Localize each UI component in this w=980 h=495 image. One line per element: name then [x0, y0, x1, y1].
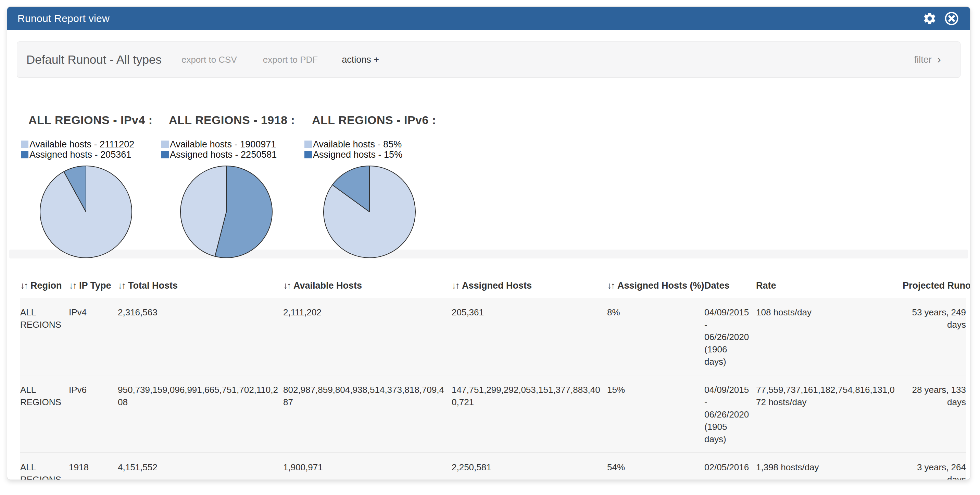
- cell-region: ALL REGIONS: [20, 297, 69, 375]
- runout-table: ↓↑Region↓↑IP Type↓↑Total Hosts↓↑Availabl…: [20, 280, 966, 480]
- table-row: ALL REGIONS19184,151,5521,900,9712,250,5…: [20, 452, 966, 480]
- cell-dates: 02/05/2016-07/02/2020(1610 days): [704, 452, 756, 480]
- legend-swatch-available: [21, 141, 29, 148]
- legend-swatch-assigned: [304, 151, 312, 158]
- cell-available-hosts: 802,987,859,804,938,514,373,818,709,487: [283, 375, 452, 452]
- sort-arrows-icon: ↓↑: [452, 280, 459, 291]
- filter-button[interactable]: filter ›: [914, 54, 941, 65]
- sort-arrows-icon: ↓↑: [283, 280, 290, 291]
- cell-rate: 1,398 hosts/day: [756, 452, 903, 480]
- runout-report-window: Runout Report view Default Runout - All …: [7, 6, 970, 480]
- column-header-ip-type[interactable]: ↓↑IP Type: [69, 280, 118, 297]
- window-titlebar: Runout Report view: [7, 7, 970, 30]
- cell-dates: 04/09/2015-06/26/2020(1906 days): [704, 297, 756, 375]
- column-header-available-hosts[interactable]: ↓↑Available Hosts: [283, 280, 452, 297]
- table-header-row: ↓↑Region↓↑IP Type↓↑Total Hosts↓↑Availabl…: [20, 280, 966, 297]
- legend-label: Assigned hosts - 2250581: [170, 150, 277, 160]
- cell-available-hosts: 2,111,202: [283, 297, 452, 375]
- cell-assigned-hosts: 8%: [607, 297, 704, 375]
- legend-item: Available hosts - 2111202: [21, 139, 165, 150]
- export-csv-button[interactable]: export to CSV: [181, 54, 237, 65]
- column-header-rate: Rate: [756, 280, 903, 297]
- cell-dates: 04/09/2015-06/26/2020(1905 days): [704, 375, 756, 452]
- date-line: -: [704, 318, 751, 331]
- column-label: Assigned Hosts: [462, 280, 532, 291]
- legend-label: Available hosts - 1900971: [170, 139, 276, 150]
- runout-table-section: ↓↑Region↓↑IP Type↓↑Total Hosts↓↑Availabl…: [7, 280, 970, 480]
- chart-title: ALL REGIONS - IPv6 :: [312, 113, 448, 127]
- cell-assigned-hosts: 2,250,581: [452, 452, 607, 480]
- legend-label: Available hosts - 2111202: [29, 139, 134, 150]
- chart-title: ALL REGIONS - IPv4 :: [29, 113, 165, 127]
- legend-swatch-assigned: [21, 151, 29, 158]
- chevron-right-icon: ›: [937, 53, 941, 65]
- column-header-dates: Dates: [704, 280, 756, 297]
- window-title: Runout Report view: [18, 13, 110, 24]
- cell-total-hosts: 2,316,563: [118, 297, 283, 375]
- settings-gear-icon[interactable]: [922, 11, 937, 26]
- date-line: 06/26/2020: [704, 331, 751, 343]
- sort-arrows-icon: ↓↑: [69, 280, 76, 291]
- column-label: Region: [30, 280, 62, 291]
- date-line: 04/09/2015: [704, 383, 751, 396]
- legend-item: Available hosts - 1900971: [161, 139, 305, 150]
- date-line: 06/26/2020: [704, 408, 751, 421]
- legend-label: Available hosts - 85%: [313, 139, 402, 150]
- pie-chart-1918: ALL REGIONS - 1918 : Available hosts - 1…: [161, 113, 305, 260]
- cell-projected-runout: 28 years, 133 days: [903, 375, 966, 452]
- column-label: Rate: [756, 280, 776, 291]
- date-line: -: [704, 473, 751, 480]
- column-header-projected-runout: Projected Runout: [903, 280, 966, 297]
- date-line: (1906 days): [704, 343, 751, 368]
- cell-total-hosts: 4,151,552: [118, 452, 283, 480]
- legend-label: Assigned hosts - 15%: [313, 150, 402, 160]
- legend-label: Assigned hosts - 205361: [29, 150, 131, 160]
- sort-arrows-icon: ↓↑: [118, 280, 125, 291]
- pie-charts-section: ALL REGIONS - IPv4 : Available hosts - 2…: [7, 78, 970, 249]
- sort-arrows-icon: ↓↑: [20, 280, 27, 291]
- pie-chart-ipv4: ALL REGIONS - IPv4 : Available hosts - 2…: [21, 113, 165, 260]
- legend-item: Assigned hosts - 2250581: [161, 150, 305, 160]
- cell-available-hosts: 1,900,971: [283, 452, 452, 480]
- cell-projected-runout: 53 years, 249 days: [903, 297, 966, 375]
- actions-menu-button[interactable]: actions +: [342, 54, 379, 65]
- cell-assigned-hosts: 147,751,299,292,053,151,377,883,400,721: [452, 375, 607, 452]
- column-label: Total Hosts: [128, 280, 178, 291]
- column-label: IP Type: [79, 280, 111, 291]
- table-row: ALL REGIONSIPv6950,739,159,096,991,665,7…: [20, 375, 966, 452]
- column-label: Available Hosts: [293, 280, 362, 291]
- cell-ip-type: 1918: [69, 452, 118, 480]
- cell-ip-type: IPv4: [69, 297, 118, 375]
- cell-assigned-hosts: 54%: [607, 452, 704, 480]
- cell-rate: 108 hosts/day: [756, 297, 903, 375]
- pie-ipv4: [38, 164, 134, 260]
- sort-arrows-icon: ↓↑: [607, 280, 614, 291]
- date-line: 04/09/2015: [704, 306, 751, 318]
- filter-label: filter: [914, 54, 932, 65]
- date-line: -: [704, 396, 751, 408]
- date-line: (1905 days): [704, 421, 751, 445]
- cell-rate: 77,559,737,161,182,754,816,131,072 hosts…: [756, 375, 903, 452]
- close-circle-icon[interactable]: [944, 11, 959, 26]
- legend-swatch-available: [161, 141, 169, 148]
- column-header-assigned-hosts[interactable]: ↓↑Assigned Hosts (%): [607, 280, 704, 297]
- column-header-region[interactable]: ↓↑Region: [20, 280, 69, 297]
- legend-swatch-assigned: [161, 151, 169, 158]
- date-line: 02/05/2016: [704, 461, 751, 473]
- column-header-assigned-hosts[interactable]: ↓↑Assigned Hosts: [452, 280, 607, 297]
- cell-assigned-hosts: 15%: [607, 375, 704, 452]
- cell-projected-runout: 3 years, 264 days: [903, 452, 966, 480]
- table-row: ALL REGIONSIPv42,316,5632,111,202205,361…: [20, 297, 966, 375]
- legend-item: Available hosts - 85%: [304, 139, 448, 150]
- cell-region: ALL REGIONS: [20, 452, 69, 480]
- legend-item: Assigned hosts - 15%: [304, 150, 448, 160]
- column-label: Assigned Hosts (%): [617, 280, 704, 291]
- export-pdf-button[interactable]: export to PDF: [263, 54, 318, 65]
- column-header-total-hosts[interactable]: ↓↑Total Hosts: [118, 280, 283, 297]
- report-title: Default Runout - All types: [26, 53, 162, 67]
- cell-assigned-hosts: 205,361: [452, 297, 607, 375]
- column-label: Projected Runout: [903, 280, 970, 291]
- pie-ipv6: [321, 164, 417, 260]
- legend-item: Assigned hosts - 205361: [21, 150, 165, 160]
- report-toolbar: Default Runout - All types export to CSV…: [17, 42, 961, 78]
